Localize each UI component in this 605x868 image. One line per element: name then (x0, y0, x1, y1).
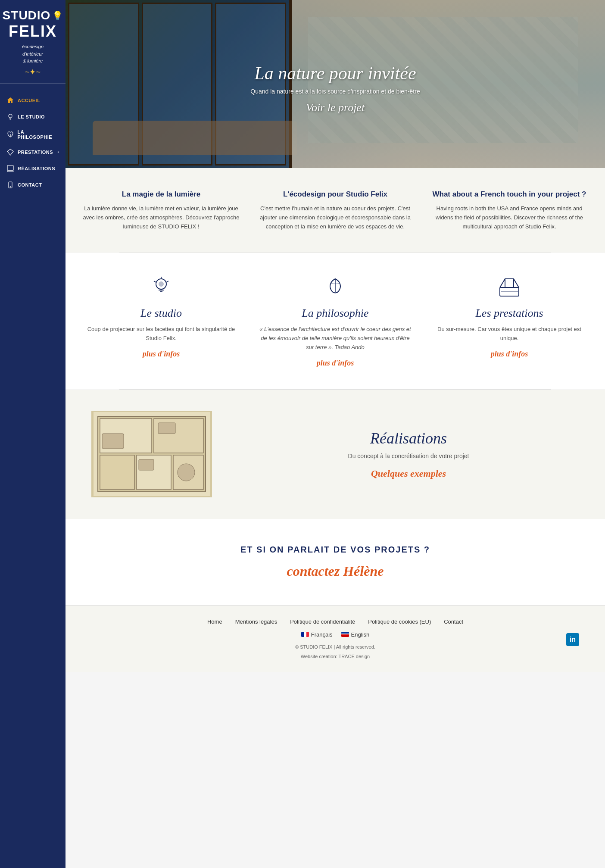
lang-french[interactable]: Français (301, 631, 333, 638)
svg-rect-25 (139, 459, 154, 470)
svg-point-11 (159, 282, 163, 286)
info-card-2-text: C'est mettre l'humain et la nature au co… (257, 204, 414, 231)
svg-rect-4 (7, 171, 13, 172)
footer-lang: Français English (83, 631, 588, 638)
footer: Home Mentions légales Politique de confi… (65, 605, 605, 672)
svg-rect-23 (158, 423, 175, 434)
sidebar-item-studio[interactable]: LE STUDIO (0, 109, 65, 125)
service-link-prestations[interactable]: plus d'infos (491, 350, 528, 359)
navigation: ACCUEIL LE STUDIO LA PHILOSOPHIE PRESTAT… (0, 92, 65, 193)
sidebar-item-realisations[interactable]: RÉALISATIONS (0, 160, 65, 177)
hero-section: La nature pour invitée Quand la nature e… (65, 0, 605, 168)
linkedin-icon[interactable]: in (566, 633, 579, 646)
footer-bottom: © STUDIO FELIX | All rights reserved. We… (83, 644, 588, 659)
realisations-section: Réalisations Du concept à la concrétisat… (65, 390, 605, 519)
phone-icon (6, 181, 14, 189)
footer-website-credit: Website creation: TRACE design (83, 654, 588, 659)
sidebar: STUDIO 💡 FELIX écodesign d'intérieur & l… (0, 0, 65, 868)
footer-copyright: © STUDIO FELIX | All rights reserved. (83, 644, 588, 649)
logo-subtitle: écodesign d'intérieur & lumière (22, 43, 44, 65)
leaf-icon (6, 131, 14, 138)
realisations-title: Réalisations (238, 429, 579, 447)
svg-point-24 (178, 464, 195, 481)
svg-point-0 (9, 114, 12, 118)
home-icon (6, 97, 14, 104)
info-card-3: What about a French touch in your projec… (431, 190, 588, 231)
realisations-content: Réalisations Du concept à la concrétisat… (238, 429, 579, 479)
sidebar-item-accueil[interactable]: ACCUEIL (0, 92, 65, 109)
svg-rect-19 (100, 455, 134, 490)
footer-link-mentions[interactable]: Mentions légales (235, 618, 278, 625)
flag-fr-icon (301, 632, 309, 637)
hero-cta-link[interactable]: Voir le projet (306, 101, 365, 114)
svg-point-6 (10, 186, 10, 187)
info-card-2-title: L'écodesign pour Studio Felix (257, 190, 414, 199)
studio-icon (148, 275, 174, 300)
hero-overlay: La nature pour invitée Quand la nature e… (65, 0, 605, 168)
realisations-subtitle: Du concept à la concrétisation de votre … (238, 453, 579, 459)
flag-en-icon (341, 632, 349, 637)
service-link-studio[interactable]: plus d'infos (143, 350, 180, 359)
philosophie-icon (322, 275, 348, 300)
contact-link[interactable]: contactez Hélène (287, 563, 384, 579)
service-desc-philosophie: « L'essence de l'architecture est d'ouvr… (257, 325, 414, 352)
logo-decoration: ~✦~ (25, 67, 41, 77)
realisations-link[interactable]: Quelques exemples (371, 468, 446, 479)
service-title-philosophie: La philosophie (302, 307, 368, 320)
footer-link-cookies[interactable]: Politique de cookies (EU) (368, 618, 431, 625)
info-card-3-title: What about a French touch in your projec… (431, 190, 588, 199)
realisations-image (91, 411, 212, 497)
info-card-3-text: Having roots in both the USA and France … (431, 204, 588, 231)
service-desc-prestations: Du sur-mesure. Car vous êtes unique et c… (431, 325, 588, 343)
contact-title: ET SI ON PARLAIT DE VOS PROJETS ? (83, 545, 588, 555)
info-section: La magie de la lumière La lumière donne … (65, 168, 605, 253)
sidebar-item-contact[interactable]: CONTACT (0, 177, 65, 193)
chevron-right-icon: › (57, 150, 59, 154)
diamond-icon (6, 148, 14, 156)
gallery-icon (6, 165, 14, 172)
svg-rect-22 (102, 434, 124, 449)
footer-link-home[interactable]: Home (207, 618, 222, 625)
hero-subtitle: Quand la nature est à la fois source d'i… (250, 88, 420, 95)
service-title-prestations: Les prestations (475, 307, 543, 320)
service-desc-studio: Coup de projecteur sur les facettes qui … (83, 325, 240, 343)
lang-english[interactable]: English (341, 631, 370, 638)
info-card-1-text: La lumière donne vie, la lumière met en … (83, 204, 240, 231)
service-title-studio: Le studio (140, 307, 182, 320)
svg-line-9 (166, 281, 168, 282)
services-section: Le studio Coup de projecteur sur les fac… (65, 253, 605, 389)
footer-link-confidentialite[interactable]: Politique de confidentialité (290, 618, 355, 625)
sidebar-item-prestations[interactable]: PRESTATIONS › (0, 144, 65, 160)
svg-rect-3 (7, 165, 13, 170)
service-card-philosophie: La philosophie « L'essence de l'architec… (257, 275, 414, 367)
logo-title: STUDIO 💡 FELIX (3, 9, 63, 41)
prestations-icon (496, 275, 522, 300)
contact-section: ET SI ON PARLAIT DE VOS PROJETS ? contac… (65, 519, 605, 605)
svg-line-10 (154, 281, 156, 282)
sidebar-item-philosophie[interactable]: LA PHILOSOPHIE (0, 125, 65, 144)
service-card-studio: Le studio Coup de projecteur sur les fac… (83, 275, 240, 367)
service-card-prestations: Les prestations Du sur-mesure. Car vous … (431, 275, 588, 367)
svg-marker-2 (7, 149, 13, 155)
hero-title: La nature pour invitée (254, 63, 416, 84)
footer-link-contact[interactable]: Contact (444, 618, 463, 625)
main-content: La nature pour invitée Quand la nature e… (65, 0, 605, 672)
service-link-philosophie[interactable]: plus d'infos (317, 359, 354, 368)
info-card-1-title: La magie de la lumière (83, 190, 240, 199)
info-card-2: L'écodesign pour Studio Felix C'est mett… (257, 190, 414, 231)
logo-area: STUDIO 💡 FELIX écodesign d'intérieur & l… (0, 4, 65, 84)
bulb-logo-icon: 💡 (52, 10, 63, 21)
lightbulb-icon (6, 113, 14, 121)
footer-links: Home Mentions légales Politique de confi… (83, 618, 588, 625)
info-card-1: La magie de la lumière La lumière donne … (83, 190, 240, 231)
